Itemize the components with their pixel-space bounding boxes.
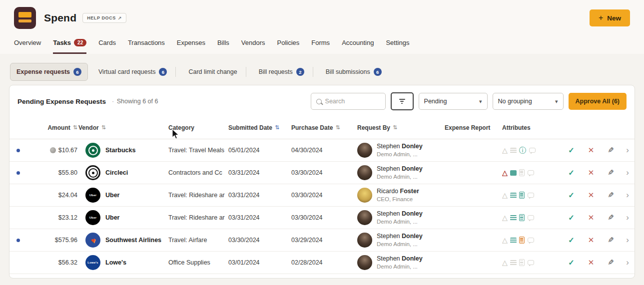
nav-tab[interactable]: Vendors — [241, 39, 265, 54]
vendor-name: Circleci — [105, 169, 128, 176]
sort-icon[interactable]: ⇅ — [101, 124, 106, 131]
edit-pencil-icon[interactable]: ✎ — [601, 191, 621, 200]
table-row[interactable]: $23.12 Uber Uber Travel: Rideshare ar 03… — [9, 207, 635, 229]
nav-tab[interactable]: Tasks 22 — [53, 39, 86, 54]
sort-icon[interactable]: ⇅ — [73, 124, 77, 131]
purchase-date-value: 03/29/2024 — [291, 237, 357, 244]
title-separator: · — [112, 98, 114, 105]
chevron-right-icon[interactable]: › — [621, 168, 635, 178]
request-type-tabs: Expense requests 6 Virtual card requests… — [0, 54, 644, 88]
status-filter-value: Pending — [424, 98, 447, 105]
sort-icon[interactable]: ⇅ — [393, 124, 397, 131]
approve-icon[interactable]: ✓ — [562, 191, 581, 200]
edit-pencil-icon[interactable]: ✎ — [601, 236, 621, 245]
table-row[interactable]: $56.32 Lowe's Lowe's Office Supplies 03/… — [9, 252, 635, 274]
amount-value: $55.80 — [58, 169, 77, 176]
nav-tab[interactable]: Forms — [311, 39, 330, 54]
subtab[interactable]: Virtual card requests 6 — [92, 63, 173, 81]
table-row[interactable]: $55.80 Circleci Contractors and Cc 03/31… — [9, 162, 635, 184]
reject-icon[interactable]: ✕ — [581, 236, 601, 245]
reject-icon[interactable]: ✕ — [581, 213, 601, 222]
status-filter-dropdown[interactable]: Pending ▾ — [419, 93, 488, 110]
chevron-right-icon[interactable]: › — [621, 213, 635, 223]
vendor-logo: Lowe's — [85, 255, 100, 270]
table-row[interactable]: $10.67 Starbucks Travel: Travel Meals 05… — [9, 139, 635, 162]
column-header[interactable]: Amount ⇅ — [26, 124, 78, 131]
column-header[interactable]: Expense Report — [445, 124, 502, 131]
table-row[interactable]: $24.04 Uber Uber Travel: Rideshare ar 03… — [9, 184, 635, 207]
nav-tab[interactable]: Policies — [277, 39, 299, 54]
submitted-date-value: 03/30/2024 — [228, 237, 291, 244]
nav-tab-label: Overview — [14, 39, 41, 46]
column-header[interactable]: Attributes — [502, 124, 555, 131]
requester-role: Demo Admin, ... — [377, 263, 423, 270]
column-header[interactable]: Purchase Date ⇅ — [291, 124, 357, 131]
subtab-badge: 6 — [159, 68, 167, 76]
approve-icon[interactable]: ✓ — [562, 146, 581, 155]
reject-icon[interactable]: ✕ — [581, 191, 601, 200]
column-header[interactable]: Request By ⇅ — [357, 124, 445, 131]
subtab[interactable]: Card limit change — [182, 63, 243, 80]
subtab[interactable]: Expense requests 6 — [10, 63, 88, 81]
approve-icon[interactable]: ✓ — [562, 236, 581, 245]
approve-icon[interactable]: ✓ — [562, 168, 581, 177]
search-input[interactable] — [325, 98, 380, 105]
filter-button[interactable] — [391, 92, 414, 110]
nav-tab-label: Expenses — [177, 39, 205, 46]
requester-avatar — [357, 255, 372, 270]
warning-attribute-icon: △ — [502, 259, 508, 266]
amount-value: $10.67 — [58, 147, 77, 154]
chevron-right-icon[interactable]: › — [621, 258, 635, 268]
nav-tab-label: Settings — [386, 39, 409, 46]
reject-icon[interactable]: ✕ — [581, 168, 601, 177]
edit-pencil-icon[interactable]: ✎ — [601, 168, 621, 177]
column-header[interactable]: Category — [168, 124, 228, 131]
table-row[interactable]: $575.96 Southwest Airlines Travel: Airfa… — [9, 229, 635, 252]
nav-tab[interactable]: Transactions — [128, 39, 165, 54]
reject-icon[interactable]: ✕ — [581, 146, 601, 155]
nav-tab[interactable]: Bills — [217, 39, 229, 54]
vendor-name: Lowe's — [105, 259, 126, 266]
requester-name: Stephen Donley — [377, 233, 423, 241]
new-button[interactable]: + New — [590, 9, 630, 26]
chevron-right-icon[interactable]: › — [621, 235, 635, 245]
approve-icon[interactable]: ✓ — [562, 258, 581, 267]
column-header[interactable]: Vendor ⇅ — [78, 124, 168, 131]
nav-tab[interactable]: Settings — [386, 39, 409, 54]
grouping-dropdown[interactable]: No grouping ▾ — [493, 93, 564, 110]
submitted-date-value: 03/31/2024 — [228, 169, 291, 176]
subtab[interactable]: Bill requests 2 — [252, 63, 311, 81]
search-icon — [316, 99, 322, 104]
help-docs-button[interactable]: HELP DOCS ↗ — [82, 13, 126, 23]
table-toolbar: Pending Expense Requests · Showing 6 of … — [9, 85, 635, 116]
subtab-divider — [246, 67, 246, 77]
subtab[interactable]: Bill submissions 6 — [319, 63, 388, 81]
subtab-badge: 2 — [296, 68, 304, 76]
receipt-attribute-icon — [519, 237, 525, 244]
edit-pencil-icon[interactable]: ✎ — [601, 213, 621, 222]
column-header[interactable]: Submitted Date ⇅ — [228, 124, 291, 131]
requester-avatar — [357, 188, 372, 203]
warning-attribute-icon: △ — [502, 214, 508, 221]
chevron-right-icon[interactable]: › — [621, 145, 635, 155]
nav-tab-label: Cards — [98, 39, 116, 46]
sort-icon[interactable]: ⇅ — [275, 124, 279, 131]
nav-tab[interactable]: Cards — [98, 39, 116, 54]
nav-tab[interactable]: Overview — [14, 39, 41, 54]
nav-tab-label: Tasks — [53, 39, 71, 46]
edit-pencil-icon[interactable]: ✎ — [601, 146, 621, 155]
sort-icon[interactable]: ⇅ — [335, 124, 340, 131]
approve-all-button[interactable]: Approve All (6) — [569, 93, 627, 110]
nav-tab[interactable]: Expenses — [177, 39, 205, 54]
help-docs-label: HELP DOCS — [87, 15, 116, 20]
chevron-right-icon[interactable]: › — [621, 190, 635, 200]
approve-icon[interactable]: ✓ — [562, 213, 581, 222]
comment-attribute-icon — [529, 148, 536, 153]
nav-tab[interactable]: Accounting — [342, 39, 374, 54]
vendor-logo: Uber — [85, 188, 100, 203]
edit-pencil-icon[interactable]: ✎ — [601, 258, 621, 267]
reject-icon[interactable]: ✕ — [581, 258, 601, 267]
purchase-date-value: 03/30/2024 — [291, 192, 357, 199]
search-box[interactable] — [311, 93, 386, 110]
requester-role: Demo Admin, ... — [377, 218, 423, 225]
